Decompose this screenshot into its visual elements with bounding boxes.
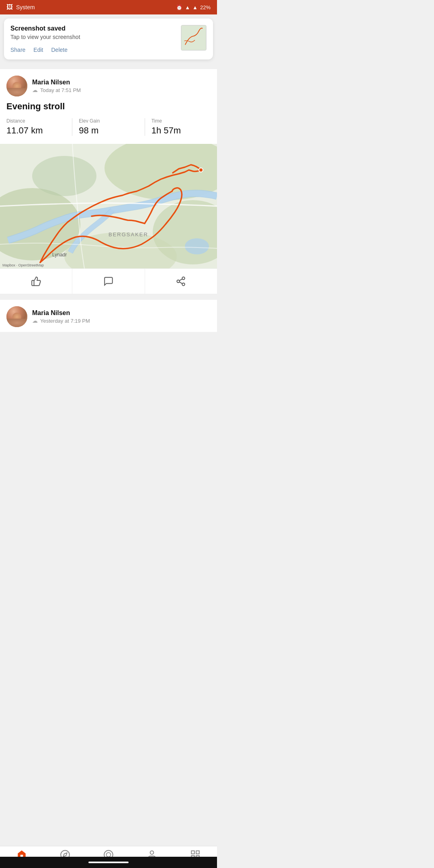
signal-icon: ▲ bbox=[192, 4, 198, 10]
svg-point-15 bbox=[182, 283, 185, 286]
activity-title: Evening stroll bbox=[0, 101, 217, 118]
toast-edit-button[interactable]: Edit bbox=[33, 47, 43, 53]
activity-map[interactable]: BERGSAKER Lynadr Mapbox · OpenStreetMap bbox=[0, 144, 217, 268]
post-1-time: ☁ Today at 7:51 PM bbox=[32, 87, 211, 93]
status-bar: 🖼 System ⏰ ▲ ▲ 22% bbox=[0, 0, 217, 14]
post-separator bbox=[0, 294, 217, 298]
svg-point-14 bbox=[177, 280, 180, 283]
avatar-image bbox=[6, 76, 27, 96]
svg-text:Lynadr: Lynadr bbox=[52, 252, 67, 258]
comment-icon bbox=[103, 276, 114, 287]
like-button[interactable] bbox=[0, 269, 72, 294]
cloud-icon: ☁ bbox=[32, 87, 38, 93]
battery-icon: 22% bbox=[200, 4, 211, 10]
post-2-author: Maria Nilsen bbox=[32, 309, 211, 317]
cloud-icon-2: ☁ bbox=[32, 317, 38, 324]
post-1-header: Maria Nilsen ☁ Today at 7:51 PM bbox=[0, 69, 217, 101]
alarm-icon: ⏰ bbox=[176, 4, 182, 10]
feed-separator bbox=[0, 63, 217, 68]
post-1: Maria Nilsen ☁ Today at 7:51 PM Evening … bbox=[0, 69, 217, 294]
svg-text:Mapbox · OpenStreetMap: Mapbox · OpenStreetMap bbox=[2, 263, 44, 267]
post-2-meta: Maria Nilsen ☁ Yesterday at 7:19 PM bbox=[32, 309, 211, 324]
comment-button[interactable] bbox=[72, 269, 145, 294]
share-icon bbox=[176, 276, 186, 287]
svg-point-8 bbox=[185, 238, 209, 254]
share-button[interactable] bbox=[145, 269, 217, 294]
stat-elev-gain: Elev Gain 98 m bbox=[79, 118, 145, 136]
thumbsup-icon bbox=[31, 276, 41, 287]
toast-share-button[interactable]: Share bbox=[10, 47, 25, 53]
status-icons: ⏰ ▲ ▲ 22% bbox=[176, 4, 211, 10]
map-svg: BERGSAKER Lynadr Mapbox · OpenStreetMap bbox=[0, 144, 217, 268]
post-2: Maria Nilsen ☁ Yesterday at 7:19 PM bbox=[0, 300, 217, 332]
screenshot-toast[interactable]: Screenshot saved Tap to view your screen… bbox=[4, 18, 213, 59]
status-app-name: 🖼 System bbox=[6, 4, 35, 11]
svg-rect-0 bbox=[181, 25, 206, 50]
avatar-image-2 bbox=[6, 306, 27, 327]
toast-actions: Share Edit Delete bbox=[10, 47, 176, 53]
post-2-time: ☁ Yesterday at 7:19 PM bbox=[32, 317, 211, 324]
stat-time: Time 1h 57m bbox=[151, 118, 211, 136]
post-2-avatar[interactable] bbox=[6, 306, 27, 327]
toast-subtitle: Tap to view your screenshot bbox=[10, 34, 176, 40]
svg-point-13 bbox=[182, 277, 185, 280]
app-icon: 🖼 bbox=[6, 4, 13, 11]
stats-row: Distance 11.07 km Elev Gain 98 m Time 1h… bbox=[0, 118, 217, 144]
svg-line-16 bbox=[180, 282, 182, 284]
svg-line-17 bbox=[180, 279, 182, 280]
toast-delete-button[interactable]: Delete bbox=[51, 47, 67, 53]
svg-point-11 bbox=[199, 168, 203, 172]
svg-text:BERGSAKER: BERGSAKER bbox=[108, 231, 148, 237]
wifi-icon: ▲ bbox=[185, 4, 190, 10]
post-1-meta: Maria Nilsen ☁ Today at 7:51 PM bbox=[32, 79, 211, 93]
stat-distance: Distance 11.07 km bbox=[6, 118, 72, 136]
post-1-author: Maria Nilsen bbox=[32, 79, 211, 86]
toast-content: Screenshot saved Tap to view your screen… bbox=[10, 25, 176, 53]
thumbnail-map-preview bbox=[181, 25, 206, 51]
toast-thumbnail[interactable] bbox=[181, 25, 207, 51]
action-bar bbox=[0, 268, 217, 294]
svg-point-7 bbox=[32, 156, 96, 196]
post-1-avatar[interactable] bbox=[6, 76, 27, 96]
toast-title: Screenshot saved bbox=[10, 25, 176, 32]
